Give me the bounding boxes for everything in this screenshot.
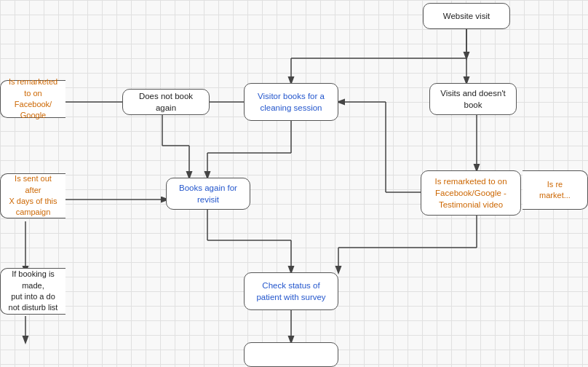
node-visitor-books[interactable]: Visitor books for a cleaning session — [244, 83, 338, 121]
node-remarketed-right2[interactable]: Is remarket... — [523, 170, 588, 210]
node-does-not-book-again[interactable]: Does not book again — [122, 89, 210, 115]
node-books-again-revisit[interactable]: Books again for revisit — [166, 178, 250, 210]
node-visits-doesnt-book[interactable]: Visits and doesn't book — [429, 83, 517, 115]
node-check-status[interactable]: Check status of patient with survey — [244, 272, 338, 310]
flowchart-canvas: Website visit Visitor books for a cleani… — [0, 0, 588, 367]
node-website-visit[interactable]: Website visit — [423, 3, 510, 29]
node-remarketed-right[interactable]: Is remarketed to on Facebook/Google - Te… — [421, 170, 521, 216]
node-sent-out-after[interactable]: Is sent out afterX days of thiscampaign — [0, 173, 65, 218]
node-booking-made[interactable]: If booking is made,put into a donot dist… — [0, 268, 65, 315]
node-bottom[interactable] — [244, 342, 338, 367]
node-remarketed-left[interactable]: Is remarketed to onFacebook/Google — [0, 80, 65, 118]
